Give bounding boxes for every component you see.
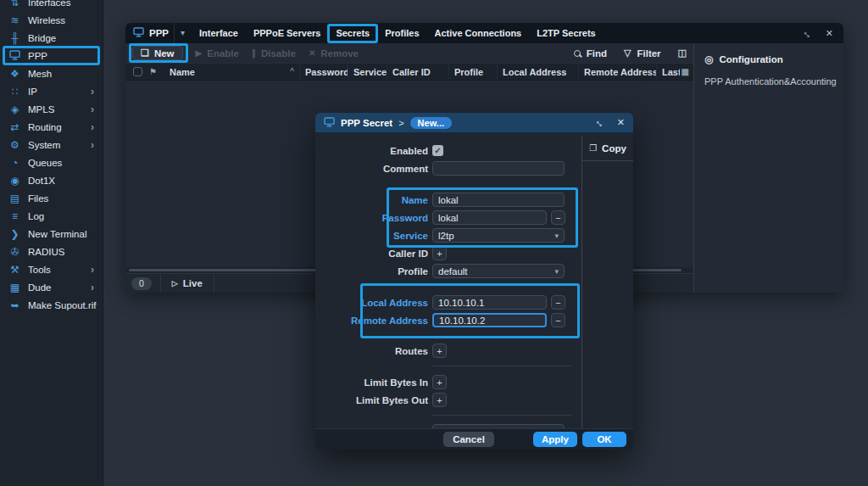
name-input[interactable] <box>432 193 565 207</box>
limit-bytes-in-add-button[interactable]: + <box>432 375 447 389</box>
sidebar-item-label: PPP <box>28 51 47 61</box>
interfaces-icon: ⇅ <box>8 0 22 8</box>
sidebar-item-label: Queues <box>28 158 62 168</box>
sidebar-item-queues[interactable]: ◔Queues <box>0 154 103 171</box>
check-icon: ✓ <box>434 147 441 155</box>
field-label-routes: Routes <box>315 346 428 356</box>
sidebar-item-new-terminal[interactable]: ❯New Terminal <box>0 225 103 243</box>
close-dialog-icon[interactable]: ✕ <box>617 117 625 128</box>
limit-bytes-out-add-button[interactable]: + <box>432 393 447 407</box>
column-config-icon[interactable]: ▦ <box>682 67 689 76</box>
filter-button[interactable]: Filter <box>637 48 660 59</box>
service-select[interactable]: l2tp▾ <box>432 228 565 243</box>
sidebar-item-log[interactable]: ≡Log <box>0 207 103 225</box>
sidebar-item-mesh[interactable]: ❖Mesh <box>0 64 103 82</box>
select-all-checkbox[interactable] <box>133 67 142 76</box>
column-header-local-address[interactable]: Local Address <box>498 64 579 80</box>
routes-add-button[interactable]: + <box>432 344 447 358</box>
profile-select[interactable]: default▾ <box>432 264 565 278</box>
password-unset-button[interactable]: − <box>551 210 565 225</box>
tab-l2tp-secrets[interactable]: L2TP Secrets <box>529 23 604 43</box>
chevron-right-icon: › <box>91 86 103 98</box>
ok-button[interactable]: OK <box>582 432 626 447</box>
restore-window-icon[interactable]: ↔ <box>800 25 815 41</box>
columns-panel-icon[interactable]: ◫ <box>678 47 687 59</box>
remote-address-input[interactable] <box>432 313 547 327</box>
dialog-titlebar: PPP Secret > New... ↔ ✕ <box>315 113 633 134</box>
field-row-enabled: Enabled✓ <box>315 142 581 159</box>
sidebar-item-wireless[interactable]: ≋Wireless <box>0 11 103 29</box>
cancel-button[interactable]: Cancel <box>443 432 494 447</box>
field-label-password: Password <box>315 213 428 223</box>
enabled-checkbox[interactable]: ✓ <box>432 145 443 156</box>
sidebar-item-tools[interactable]: ⚒Tools› <box>0 260 103 278</box>
sidebar-item-radius[interactable]: ✇RADIUS <box>0 243 103 260</box>
window-menu-button[interactable]: PPP ▾ <box>125 23 192 43</box>
sidebar-item-dot1x[interactable]: ◉Dot1X <box>0 171 103 189</box>
field-row-password: Password− <box>315 209 581 226</box>
sidebar-item-bridge[interactable]: ╫Bridge <box>0 29 103 47</box>
configuration-icon: ◎ <box>704 53 713 65</box>
remove-button[interactable]: ✕ Remove <box>309 48 359 59</box>
config-item-ppp-authentication-accounting[interactable]: PPP Authentication&Accounting <box>704 76 833 87</box>
tab-strip: InterfacePPPoE ServersSecretsProfilesAct… <box>192 23 604 43</box>
column-header-service[interactable]: Service <box>348 64 387 80</box>
sidebar-item-dude[interactable]: ▦Dude› <box>0 278 103 296</box>
sidebar-item-system[interactable]: ⚙System› <box>0 136 103 154</box>
sidebar-item-make-supout-rif[interactable]: ➥Make Supout.rif <box>0 296 103 314</box>
secrets-table-header: ⚑ Name^PasswordServiceCaller IDProfileLo… <box>125 63 693 81</box>
column-header-password[interactable]: Password <box>300 64 348 80</box>
apply-button[interactable]: Apply <box>533 432 577 447</box>
field-row-caller-id: Caller ID+ <box>315 244 581 262</box>
column-header-caller-id[interactable]: Caller ID <box>387 64 449 80</box>
copy-icon: ❐ <box>589 143 597 153</box>
sidebar-item-mpls[interactable]: ◈MPLS› <box>0 100 103 118</box>
close-window-icon[interactable]: ✕ <box>826 28 833 39</box>
sidebar-item-label: Routing <box>28 122 62 132</box>
breadcrumb-separator: > <box>398 118 403 128</box>
dialog-side-panel: ❐ Copy <box>581 136 633 428</box>
caller-id-add-button[interactable]: + <box>432 246 447 260</box>
column-label: Name <box>170 67 195 77</box>
tab-interface[interactable]: Interface <box>192 23 246 43</box>
column-header-remote-address[interactable]: Remote Address <box>579 64 657 80</box>
tab-secrets[interactable]: Secrets <box>328 23 377 43</box>
sidebar-item-label: IP <box>28 87 37 97</box>
tab-pppoe-servers[interactable]: PPPoE Servers <box>246 23 329 43</box>
chevron-down-icon[interactable]: ▾ <box>174 23 185 43</box>
restore-dialog-icon[interactable]: ↔ <box>593 115 608 130</box>
enable-button[interactable]: ▶ Enable <box>196 48 239 59</box>
local-address-input[interactable] <box>432 295 547 310</box>
copy-button[interactable]: ❐ Copy <box>582 136 633 161</box>
remove-x-icon: ✕ <box>309 48 315 58</box>
field-label-enabled: Enabled <box>315 146 428 156</box>
sidebar-item-ppp[interactable]: PPP <box>0 47 103 64</box>
sidebar-item-interfaces[interactable]: ⇅Interfaces <box>0 0 103 11</box>
sidebar-item-routing[interactable]: ⇄Routing› <box>0 118 103 136</box>
new-button[interactable]: ❏ New <box>132 46 183 60</box>
configuration-header: ◎ Configuration <box>704 53 833 65</box>
find-button[interactable]: Find <box>587 48 607 59</box>
column-header-name[interactable]: Name^ <box>164 64 300 80</box>
column-label: Password <box>305 67 348 77</box>
live-label: Live <box>183 278 203 288</box>
field-label-profile: Profile <box>315 266 428 277</box>
play-outline-icon: ▷ <box>172 279 178 288</box>
sidebar-item-files[interactable]: ▤Files <box>0 189 103 207</box>
sidebar-item-ip[interactable]: ∷IP› <box>0 82 103 100</box>
window-title: PPP <box>149 28 169 38</box>
field-label-comment: Comment <box>315 164 428 174</box>
tab-active-connections[interactable]: Active Connections <box>427 23 530 43</box>
tab-profiles[interactable]: Profiles <box>377 23 426 43</box>
flag-column-icon[interactable]: ⚑ <box>149 67 164 76</box>
comment-input[interactable] <box>432 161 565 176</box>
column-label: Profile <box>454 67 483 77</box>
column-header-last-l[interactable]: Last L <box>657 64 680 80</box>
remote-address-unset-button[interactable]: − <box>551 313 565 327</box>
password-input[interactable] <box>432 210 547 225</box>
disable-button[interactable]: ∥ Disable <box>252 48 296 59</box>
live-toggle-button[interactable]: ▷ Live <box>161 278 214 288</box>
window-controls: ↔ ✕ <box>803 23 843 43</box>
column-header-profile[interactable]: Profile <box>449 64 498 80</box>
local-address-unset-button[interactable]: − <box>551 295 565 310</box>
